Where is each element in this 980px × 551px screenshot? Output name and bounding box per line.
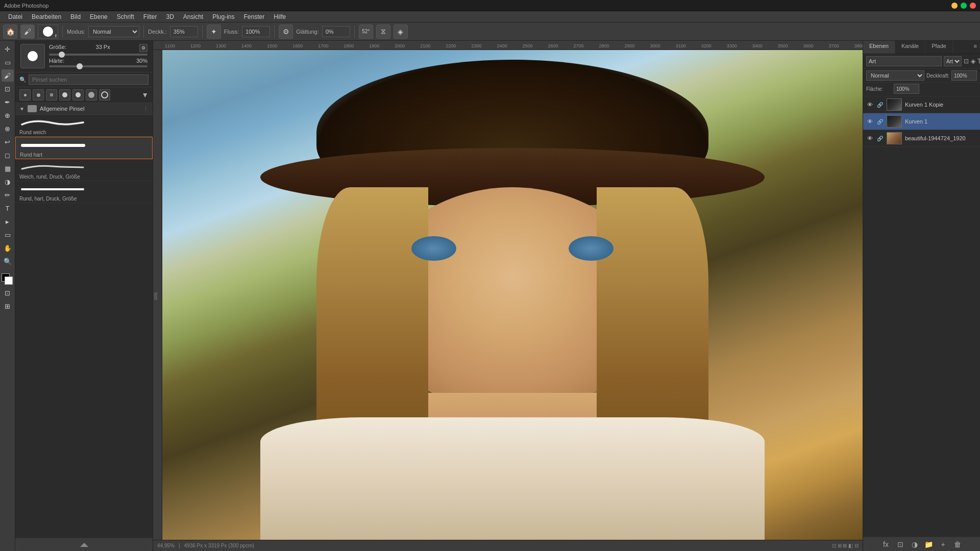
heal-tool[interactable]: ⊕ [2, 109, 14, 121]
opacity-input[interactable] [951, 70, 977, 81]
layer-eye-2[interactable]: 👁 [866, 118, 873, 125]
hand-tool[interactable]: ✋ [2, 242, 14, 254]
angle-btn[interactable]: 52° [359, 24, 373, 39]
close-btn[interactable] [970, 3, 976, 9]
gradient-tool[interactable]: ▦ [2, 162, 14, 174]
brush-category-header[interactable]: ▼ Allgemeine Pinsel ⋮ [15, 103, 153, 115]
layer-pixel-icon[interactable]: ⊡ [964, 56, 969, 66]
eraser-tool[interactable]: ◻ [2, 149, 14, 161]
brush-item-weich-druck[interactable]: Weich, rund, Druck, Größe [15, 159, 153, 181]
preset-icon-5[interactable] [72, 89, 84, 101]
fill-input[interactable] [894, 84, 919, 94]
layer-item-kurven-kopie[interactable]: 👁 🔗 Kurven 1 Kopie [863, 96, 980, 113]
menu-ebene[interactable]: Ebene [86, 12, 112, 21]
menu-datei[interactable]: Datei [4, 12, 27, 21]
scroll-up-icon[interactable] [80, 543, 88, 547]
preset-icon-4[interactable] [59, 89, 70, 101]
tab-ebenen[interactable]: Ebenen [863, 41, 895, 54]
menu-ansicht[interactable]: Ansicht [179, 12, 207, 21]
menu-bild[interactable]: Bild [66, 12, 85, 21]
brush-panel-options[interactable]: ▼ [141, 91, 149, 99]
stroke-svg-4 [19, 185, 86, 194]
blend-mode-select[interactable]: Normal Multiplizieren Abwedeln [866, 70, 924, 81]
layer-fx-btn[interactable]: fx [881, 539, 891, 549]
screen-mode-btn[interactable]: ⊞ [2, 300, 14, 312]
brush-tool-btn[interactable]: 🖌 [20, 24, 35, 39]
mask-btn[interactable]: ⊡ [2, 287, 14, 299]
glaettung-value[interactable]: 0% [322, 26, 350, 37]
history-tool[interactable]: ↩ [2, 136, 14, 148]
layer-link-3[interactable]: 🔗 [876, 135, 884, 142]
layer-adjust-icon[interactable]: ◈ [971, 56, 975, 66]
menu-plugins[interactable]: Plug-ins [208, 12, 238, 21]
path-select-tool[interactable]: ▸ [2, 215, 14, 228]
move-tool[interactable]: ✛ [2, 43, 14, 55]
zoom-tool[interactable]: 🔍 [2, 255, 14, 267]
stroke-svg-2 [20, 141, 86, 150]
layer-text-icon[interactable]: T [977, 56, 980, 66]
fluss-value[interactable]: 100% [242, 26, 270, 37]
menu-hilfe[interactable]: Hilfe [270, 12, 290, 21]
tab-kanaele[interactable]: Kanäle [895, 41, 925, 54]
layer-item-kurven-1[interactable]: 👁 🔗 Kurven 1 [863, 113, 980, 130]
canvas-viewport[interactable] [162, 50, 863, 540]
layer-link-2[interactable]: 🔗 [876, 118, 884, 125]
menu-3d[interactable]: 3D [162, 12, 178, 21]
home-btn[interactable]: 🏠 [3, 24, 17, 39]
clone-tool[interactable]: ⊗ [2, 122, 14, 135]
airbrush-btn[interactable]: ✦ [207, 24, 221, 39]
size-slider[interactable] [49, 54, 148, 56]
menu-filter[interactable]: Filter [139, 12, 161, 21]
text-tool[interactable]: T [2, 202, 14, 214]
layer-item-photo[interactable]: 👁 🔗 beautiful-1944724_1920 [863, 130, 980, 147]
layer-thumb-1 [887, 98, 902, 111]
pressure-btn[interactable]: ◈ [394, 24, 408, 39]
menu-fenster[interactable]: Fenster [240, 12, 269, 21]
layer-eye-1[interactable]: 👁 [866, 101, 873, 108]
deckkr-value[interactable]: 35% [170, 26, 198, 37]
select-tool[interactable]: ▭ [2, 56, 14, 68]
mode-select[interactable]: Normal Multiplizieren Abwedeln [88, 26, 139, 37]
category-options[interactable]: ⋮ [143, 106, 149, 112]
color-swatches[interactable] [2, 273, 14, 285]
layer-group-btn[interactable]: 📁 [924, 539, 934, 549]
menu-schrift[interactable]: Schrift [113, 12, 138, 21]
layer-eye-3[interactable]: 👁 [866, 135, 873, 142]
panel-menu-btn[interactable]: ≡ [971, 41, 980, 54]
brush-search-input[interactable] [29, 74, 149, 85]
tab-pfade[interactable]: Pfade [925, 41, 953, 54]
preset-icon-1[interactable] [19, 89, 31, 101]
brush-item-rund-hart[interactable]: Rund hart [15, 137, 153, 159]
brush-item-rund-hart-druck[interactable]: Rund, hart, Druck, Größe [15, 181, 153, 203]
preset-icon-2[interactable] [33, 89, 44, 101]
brush-settings-btn[interactable]: ⚙ [139, 44, 148, 52]
hardness-slider-row [49, 65, 148, 67]
shape-tool[interactable]: ▭ [2, 229, 14, 241]
layer-link-1[interactable]: 🔗 [876, 101, 884, 108]
hardness-slider[interactable] [49, 65, 148, 67]
dodge-tool[interactable]: ◑ [2, 176, 14, 188]
crop-tool[interactable]: ⊡ [2, 83, 14, 95]
layer-mask-btn[interactable]: ⊡ [895, 539, 905, 549]
brush-tool[interactable]: 🖌 [2, 69, 14, 82]
layer-new-btn[interactable]: + [938, 539, 948, 549]
eyedropper-tool[interactable]: ✒ [2, 96, 14, 108]
status-icons[interactable]: ⊡ ⊞ ⊠ ◧ ⊟ [832, 543, 859, 548]
ruler-ticks: 1100 1200 1300 1400 1500 1600 1700 1800 … [162, 41, 863, 49]
layers-filter-type[interactable]: Art [944, 56, 962, 66]
layer-delete-btn[interactable]: 🗑 [952, 539, 963, 549]
menu-bearbeiten[interactable]: Bearbeiten [28, 12, 65, 21]
brush-stroke-preview-3 [19, 161, 149, 173]
preset-icon-6[interactable] [86, 89, 97, 101]
preset-icon-3[interactable] [46, 89, 57, 101]
brush-preview-btn[interactable]: ⬆ [38, 24, 58, 39]
symmetry-btn[interactable]: ⧖ [376, 24, 390, 39]
minimize-btn[interactable] [951, 3, 958, 9]
maximize-btn[interactable] [961, 3, 967, 9]
layer-adjust-btn[interactable]: ◑ [910, 539, 920, 549]
brush-item-rund-weich[interactable]: Rund weich [15, 115, 153, 137]
glaettung-icon[interactable]: ⚙ [279, 24, 293, 39]
pen-tool[interactable]: ✏ [2, 189, 14, 201]
layers-filter-input[interactable] [866, 56, 942, 66]
preset-icon-7[interactable] [99, 89, 110, 101]
